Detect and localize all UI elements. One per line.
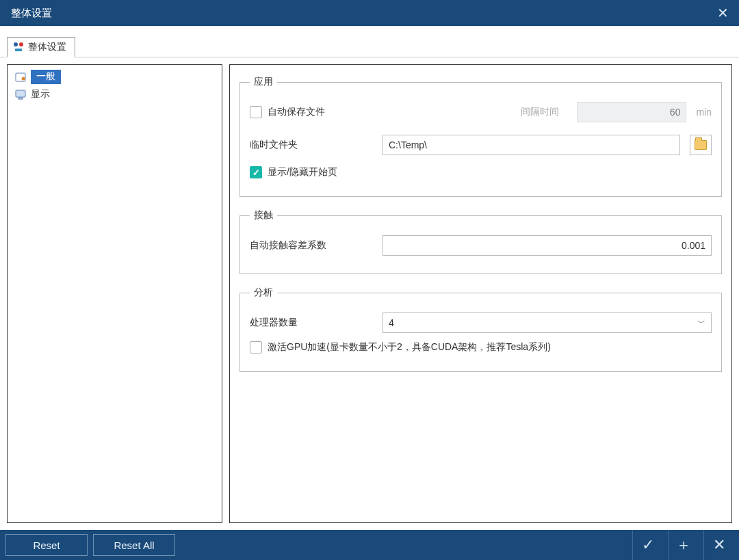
svg-point-0 [14,42,18,46]
chevron-down-icon: ﹀ [697,317,705,329]
settings-icon [13,42,24,53]
svg-rect-5 [16,90,25,97]
sidebar: 一般 显示 [7,64,222,523]
svg-rect-6 [18,98,23,99]
gpu-label: 激活GPU加速(显卡数量不小于2，具备CUDA架构，推荐Tesla系列) [268,341,551,354]
window-title: 整体设置 [11,7,52,20]
browse-button[interactable] [690,135,712,155]
display-icon [14,88,27,101]
svg-point-1 [19,42,23,46]
tab-label: 整体设置 [28,41,66,53]
interval-field: 60 [577,102,686,122]
contact-tol-input[interactable] [383,235,712,256]
group-analysis: 分析 处理器数量 4 ﹀ 激活GPU加速(显卡数量不小于2，具备CUDA架构，推… [239,286,722,372]
footer: Reset Reset All ✓ ＋ ✕ [0,530,739,560]
reset-button[interactable]: Reset [5,534,88,556]
interval-label: 间隔时间 [513,106,567,118]
showhome-label: 显示/隐藏开始页 [268,166,337,178]
sidebar-item-display[interactable]: 显示 [10,86,219,103]
main-area: 一般 显示 应用 自动保存文件 间隔时间 60 [0,57,739,530]
showhome-checkbox[interactable]: 显示/隐藏开始页 [250,166,337,178]
interval-unit: min [696,107,712,118]
close-icon[interactable]: ✕ [714,5,731,21]
sidebar-item-label: 显示 [31,88,50,101]
general-icon [14,71,27,83]
checkbox-icon [250,106,262,118]
group-legend: 分析 [250,286,277,299]
gpu-checkbox[interactable]: 激活GPU加速(显卡数量不小于2，具备CUDA架构，推荐Tesla系列) [250,341,551,354]
reset-all-button[interactable]: Reset All [93,534,175,556]
tempdir-label: 临时文件夹 [250,139,373,151]
tab-strip: 整体设置 [0,26,739,57]
autosave-checkbox[interactable]: 自动保存文件 [250,106,325,118]
ncpu-value: 4 [389,317,394,328]
svg-rect-2 [15,49,22,51]
tab-overall-settings[interactable]: 整体设置 [7,37,75,57]
add-icon[interactable]: ＋ [668,530,698,560]
autosave-label: 自动保存文件 [268,106,325,118]
group-legend: 应用 [250,76,277,88]
checkbox-icon [250,166,262,178]
titlebar: 整体设置 ✕ [0,0,739,26]
ncpu-select[interactable]: 4 ﹀ [383,312,712,333]
sidebar-item-label: 一般 [31,70,61,84]
ncpu-label: 处理器数量 [250,317,373,329]
confirm-icon[interactable]: ✓ [632,530,662,560]
tempdir-input[interactable] [383,135,680,155]
group-contact: 接触 自动接触容差系数 [239,209,722,274]
sidebar-item-general[interactable]: 一般 [10,68,219,86]
folder-icon [695,140,707,150]
svg-point-4 [22,77,25,80]
content-panel: 应用 自动保存文件 间隔时间 60 min 临时文件夹 [229,64,732,523]
close-icon[interactable]: ✕ [703,530,734,560]
contact-tol-label: 自动接触容差系数 [250,239,373,252]
group-legend: 接触 [250,209,277,222]
group-application: 应用 自动保存文件 间隔时间 60 min 临时文件夹 [239,76,722,197]
checkbox-icon [250,341,262,354]
